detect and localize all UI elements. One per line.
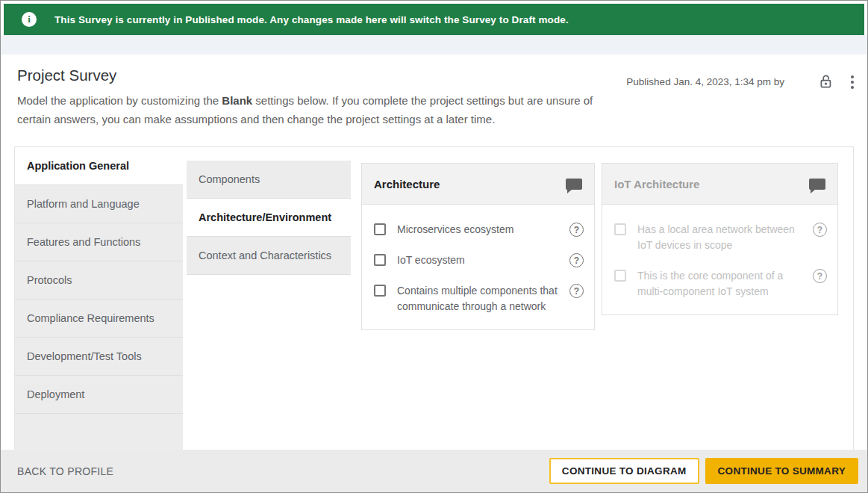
- info-icon: i: [22, 12, 37, 27]
- tab-components[interactable]: Components: [187, 161, 351, 199]
- comment-icon[interactable]: [566, 179, 582, 190]
- architecture-card-body: Microservices ecosystem ? IoT ecosystem …: [362, 205, 594, 329]
- description-part: Model the application by customizing the: [17, 94, 222, 107]
- description-bold: Blank: [222, 94, 252, 107]
- banner-wrap: i This Survey is currently in Published …: [1, 1, 867, 35]
- checkbox-microservices[interactable]: [374, 223, 386, 235]
- tab-platform-and-language[interactable]: Platform and Language: [15, 185, 183, 223]
- help-icon[interactable]: ?: [569, 253, 584, 267]
- banner-message: This Survey is currently in Published mo…: [54, 14, 569, 25]
- checkbox-local-area-network: [614, 223, 626, 235]
- iot-architecture-card-header: IoT Architecture: [602, 164, 837, 205]
- kebab-menu-icon[interactable]: [849, 72, 855, 92]
- lock-open-icon[interactable]: [817, 73, 834, 90]
- help-icon[interactable]: ?: [569, 284, 584, 298]
- continue-to-diagram-button[interactable]: CONTINUE TO DIAGRAM: [549, 458, 699, 484]
- page-gap: [1, 35, 867, 55]
- tab-context-and-characteristics[interactable]: Context and Characteristics: [187, 237, 351, 275]
- question-row: This is the core component of a multi-co…: [614, 268, 827, 300]
- published-mode-banner: i This Survey is currently in Published …: [4, 4, 864, 35]
- header-meta: Published Jan. 4, 2023, 1:34 pm by: [626, 72, 855, 92]
- question-row: Has a local area network between IoT dev…: [614, 222, 827, 253]
- help-icon[interactable]: ?: [569, 223, 584, 237]
- continue-to-summary-button[interactable]: CONTINUE TO SUMMARY: [705, 458, 858, 484]
- question-label: This is the core component of a multi-co…: [637, 268, 805, 300]
- checkbox-multiple-components[interactable]: [374, 285, 386, 297]
- architecture-card-header: Architecture: [362, 164, 594, 205]
- checkbox-iot-ecosystem[interactable]: [374, 254, 386, 266]
- question-row: Microservices ecosystem ?: [374, 222, 584, 238]
- question-cards-area: Architecture Microservices ecosystem ? I…: [351, 147, 853, 450]
- checkbox-core-component: [614, 270, 626, 282]
- footer-bar: BACK TO PROFILE CONTINUE TO DIAGRAM CONT…: [1, 450, 867, 492]
- card-title: Architecture: [374, 178, 566, 190]
- tab-protocols[interactable]: Protocols: [15, 261, 183, 300]
- tab-features-and-functions[interactable]: Features and Functions: [15, 223, 183, 261]
- tab-development-test-tools[interactable]: Development/Test Tools: [15, 338, 183, 376]
- iot-architecture-card-body: Has a local area network between IoT dev…: [602, 205, 837, 314]
- tab-compliance-requirements[interactable]: Compliance Requirements: [15, 300, 183, 338]
- question-label: Microservices ecosystem: [397, 222, 562, 238]
- question-label: Has a local area network between IoT dev…: [637, 222, 805, 253]
- published-timestamp: Published Jan. 4, 2023, 1:34 pm by: [626, 76, 784, 87]
- iot-architecture-card: IoT Architecture Has a local area networ…: [602, 163, 838, 315]
- tab-architecture-environment[interactable]: Architecture/Environment: [187, 199, 351, 237]
- tab-application-general[interactable]: Application General: [15, 147, 183, 185]
- question-label: IoT ecosystem: [397, 252, 562, 268]
- comment-icon[interactable]: [809, 179, 825, 190]
- architecture-card: Architecture Microservices ecosystem ? I…: [361, 163, 595, 330]
- question-row: IoT ecosystem ?: [374, 252, 584, 268]
- tab-deployment[interactable]: Deployment: [15, 376, 183, 414]
- secondary-nav: Components Architecture/Environment Cont…: [187, 147, 351, 450]
- main-area: Project Survey Model the application by …: [1, 55, 867, 450]
- help-icon[interactable]: ?: [813, 269, 827, 283]
- back-to-profile-button[interactable]: BACK TO PROFILE: [17, 459, 113, 483]
- survey-header: Project Survey Model the application by …: [1, 55, 867, 146]
- card-title: IoT Architecture: [614, 178, 809, 190]
- question-row: Contains multiple components that commun…: [374, 283, 584, 314]
- page-description: Model the application by customizing the…: [17, 91, 618, 128]
- primary-nav: Application General Platform and Languag…: [15, 147, 183, 450]
- help-icon[interactable]: ?: [813, 223, 827, 237]
- survey-panel: Application General Platform and Languag…: [14, 146, 854, 450]
- question-label: Contains multiple components that commun…: [397, 283, 562, 314]
